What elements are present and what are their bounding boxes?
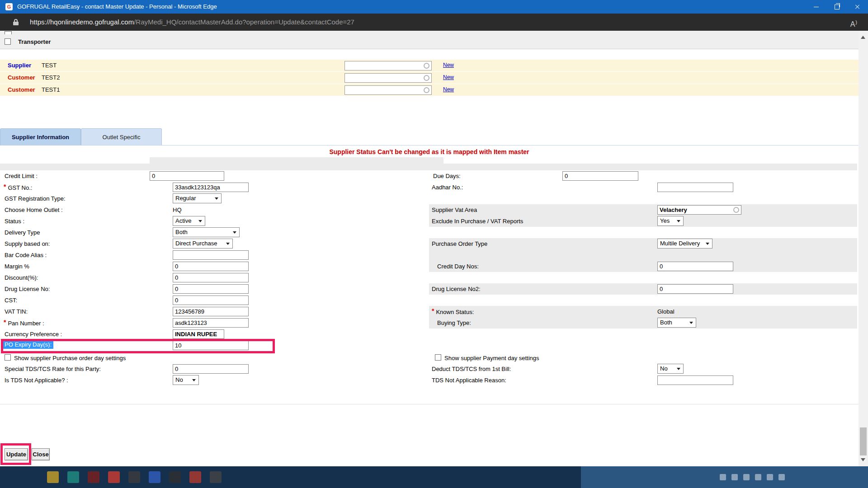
scrollbar-thumb[interactable] — [860, 427, 867, 455]
cst-input[interactable]: 0 — [173, 296, 249, 305]
form-row: Supply based on: Direct Purchase Purchas… — [0, 238, 859, 249]
lookup-circle-icon[interactable] — [424, 63, 429, 69]
due-days-label: Due Days: — [433, 173, 461, 179]
browser-viewport: Transporter Supplier TEST New Customer T… — [0, 31, 859, 466]
tray-icon[interactable] — [778, 474, 785, 480]
tray-icon[interactable] — [767, 474, 773, 480]
contact-type: Customer — [8, 74, 35, 81]
tab-outlet-specific[interactable]: Outlet Specific — [81, 128, 162, 145]
close-button[interactable]: Close — [32, 448, 50, 460]
special-tds-input[interactable]: 0 — [173, 364, 249, 374]
contact-lookup-input[interactable] — [344, 73, 432, 83]
read-aloud-icon[interactable]: A — [850, 14, 857, 33]
transporter-checkbox[interactable] — [5, 38, 11, 45]
margin-input[interactable]: 0 — [173, 262, 249, 271]
contact-lookup-input[interactable] — [344, 61, 432, 70]
taskbar-icon[interactable] — [88, 471, 99, 483]
pan-number-input[interactable]: asdk123123 — [173, 318, 249, 328]
site-info-lock-icon[interactable] — [13, 19, 19, 25]
taskbar-icon[interactable] — [149, 471, 160, 483]
form-row: Drug License No: 0 Drug License No2: 0 — [0, 283, 859, 295]
tray-icon[interactable] — [731, 474, 738, 480]
tds-reason-input[interactable] — [657, 375, 733, 385]
bar-code-alias-input[interactable] — [173, 250, 249, 260]
gst-registration-type-select[interactable]: Regular — [173, 193, 222, 203]
credit-limit-label: Credit Limit : — [5, 173, 38, 179]
required-asterisk — [432, 307, 434, 314]
show-payment-settings-checkbox[interactable] — [435, 354, 441, 361]
tray-icon[interactable] — [720, 474, 726, 480]
url-text: https://hqonlinedemo.gofrugal.com/RayMed… — [30, 14, 354, 31]
credit-day-nos-input[interactable]: 0 — [657, 262, 733, 271]
show-po-settings-checkbox[interactable] — [5, 354, 11, 361]
taskbar-icon[interactable] — [47, 471, 59, 483]
url-path: /RayMedi_HQ/contactMasterAdd.do?operatio… — [134, 18, 354, 26]
deduct-tds-select[interactable]: No — [657, 364, 684, 374]
gst-no-label: GST No.: — [4, 184, 32, 191]
taskbar-icon[interactable] — [67, 471, 79, 483]
vat-tin-input[interactable]: 123456789 — [173, 307, 249, 316]
lookup-circle-icon[interactable] — [424, 75, 429, 81]
address-bar[interactable]: https://hqonlinedemo.gofrugal.com/RayMed… — [0, 14, 868, 31]
minimize-button[interactable] — [806, 0, 826, 14]
due-days-input[interactable]: 0 — [562, 171, 638, 181]
cst-label: CST: — [5, 297, 17, 304]
form-row: Credit Limit : 0 Due Days: 0 — [0, 170, 859, 182]
vertical-scrollbar[interactable] — [859, 31, 868, 466]
drug-license-no2-input[interactable]: 0 — [657, 284, 733, 294]
purchase-order-type-select[interactable]: Multile Delivery — [657, 239, 712, 249]
new-link[interactable]: New — [443, 86, 454, 93]
site-favicon-icon: G — [5, 3, 13, 10]
lookup-circle-icon[interactable] — [424, 87, 429, 93]
new-link[interactable]: New — [443, 74, 454, 80]
aadhar-no-input[interactable] — [657, 183, 733, 192]
exclude-reports-label: Exclude In Purchase / VAT Reports — [432, 218, 523, 225]
buying-type-label: Buying Type: — [437, 319, 471, 326]
status-select[interactable]: Active — [173, 216, 205, 226]
exclude-reports-select[interactable]: Yes — [657, 216, 684, 226]
bar-code-alias-label: Bar Code Alias : — [5, 252, 47, 258]
status-label: Status : — [5, 218, 24, 225]
credit-limit-input[interactable]: 0 — [150, 171, 224, 181]
currency-preference-label: Currency Preference : — [5, 331, 62, 338]
new-link[interactable]: New — [443, 62, 454, 68]
contact-lookup-input[interactable] — [344, 85, 432, 95]
scroll-up-arrow-icon[interactable] — [861, 33, 865, 39]
po-expiry-input[interactable]: 10 — [173, 341, 249, 350]
required-asterisk — [4, 183, 6, 190]
taskbar-icon[interactable] — [189, 471, 201, 483]
drug-license-no-input[interactable]: 0 — [173, 284, 249, 294]
tray-icon[interactable] — [743, 474, 750, 480]
taskbar-icon[interactable] — [169, 471, 181, 483]
transporter-row: Transporter — [0, 35, 859, 49]
supplier-vat-area-input[interactable]: Velachery — [657, 205, 741, 215]
tray-icon[interactable] — [755, 474, 761, 480]
buying-type-select[interactable]: Both — [657, 318, 696, 328]
is-tds-na-select[interactable]: No — [173, 375, 199, 385]
lookup-circle-icon[interactable] — [733, 207, 739, 213]
form-row: GST No.: 33asdk123123qa Aadhar No.: — [0, 182, 859, 193]
form-row: Delivery Type Both — [0, 227, 859, 238]
gst-no-input[interactable]: 33asdk123123qa — [173, 183, 249, 192]
taskbar-icon[interactable] — [108, 471, 120, 483]
restore-button[interactable] — [826, 0, 847, 14]
home-outlet-label: Choose Home Outlet : — [5, 206, 63, 213]
scroll-down-arrow-icon[interactable] — [861, 458, 865, 464]
transporter-label: Transporter — [18, 38, 51, 45]
contact-row-customer1: Customer TEST1 New — [0, 84, 859, 96]
gst-no-label-text: GST No.: — [8, 184, 32, 191]
update-button[interactable]: Update — [5, 448, 28, 460]
discount-input[interactable]: 0 — [173, 273, 249, 282]
taskbar-icon[interactable] — [210, 471, 222, 483]
close-window-button[interactable] — [847, 0, 868, 14]
deduct-tds-label: Deduct TDS/TCS from 1st Bill: — [432, 366, 511, 372]
drug-license-no-label: Drug License No: — [5, 286, 50, 292]
currency-preference-input[interactable]: INDIAN RUPEE — [173, 329, 224, 339]
delivery-type-select[interactable]: Both — [173, 227, 240, 237]
form-row: Discount(%): 0 — [0, 272, 859, 283]
taskbar-icon[interactable] — [128, 471, 140, 483]
tab-supplier-information[interactable]: Supplier Information — [0, 128, 81, 145]
supply-based-on-select[interactable]: Direct Purchase — [173, 239, 233, 249]
minimize-icon — [814, 7, 819, 7]
clipped-checkbox[interactable] — [5, 31, 12, 34]
